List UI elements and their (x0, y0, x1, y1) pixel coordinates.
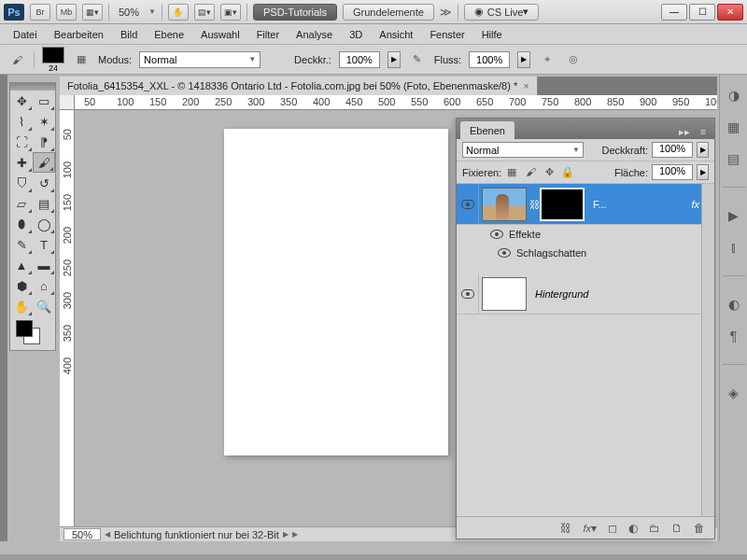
layer-opacity-field[interactable]: 100% (652, 142, 693, 158)
delete-layer-icon[interactable]: 🗑 (694, 522, 705, 535)
layer-blend-dropdown[interactable]: Normal▼ (462, 142, 584, 158)
flow-arrow[interactable]: ▶ (517, 51, 530, 68)
effects-header-row[interactable]: Effekte (457, 225, 714, 244)
close-button[interactable]: ✕ (717, 4, 743, 21)
ruler-origin[interactable] (60, 95, 75, 110)
styles-panel-icon[interactable]: ▤ (725, 149, 743, 168)
bridge-button[interactable]: Br (30, 4, 50, 21)
tablet-size-icon[interactable]: ◎ (564, 50, 583, 69)
shape-tool[interactable]: ▬ (33, 255, 55, 275)
color-swatches[interactable] (10, 316, 55, 350)
close-tab-icon[interactable]: × (523, 80, 529, 91)
move-tool[interactable]: ✥ (10, 91, 33, 111)
hand-tool-button[interactable]: ✋ (168, 4, 189, 21)
status-next-icon[interactable]: ▶ (283, 530, 289, 539)
brush-preview[interactable] (42, 47, 64, 63)
toolbox-grip[interactable] (10, 83, 55, 91)
brush-tool-icon[interactable]: 🖌 (7, 50, 26, 69)
arrange-docs-button[interactable]: ▤▾ (194, 4, 215, 21)
visibility-toggle-icon[interactable] (498, 248, 511, 258)
stamp-tool[interactable]: ⛉ (10, 173, 33, 193)
tab-ebenen[interactable]: Ebenen (460, 121, 514, 139)
foreground-color-swatch[interactable] (16, 320, 33, 337)
layer-style-icon[interactable]: fx▾ (583, 522, 597, 535)
menu-analyse[interactable]: Analyse (289, 27, 340, 42)
zoom-tool[interactable]: 🔍 (33, 296, 55, 316)
menu-bearbeiten[interactable]: Bearbeiten (47, 27, 111, 42)
layer-mask-icon[interactable]: ◻ (608, 522, 617, 535)
menu-bild[interactable]: Bild (113, 27, 145, 42)
vertical-ruler[interactable]: 50100150200250300350400 (60, 110, 75, 526)
3d-tool[interactable]: ⬢ (10, 275, 33, 296)
pen-tool[interactable]: ✎ (10, 234, 33, 255)
layer-row-hintergrund[interactable]: Hintergrund (457, 273, 714, 315)
history-brush-tool[interactable]: ↺ (33, 173, 55, 193)
lasso-tool[interactable]: ⌇ (10, 111, 33, 132)
quick-select-tool[interactable]: ✶ (33, 111, 55, 132)
left-dock-strip[interactable] (0, 75, 7, 541)
workspace-tutorials-button[interactable]: PSD-Tutorials (253, 4, 337, 21)
paragraph-panel-icon[interactable]: ¶ (725, 327, 743, 345)
canvas[interactable] (224, 129, 448, 455)
eraser-tool[interactable]: ▱ (10, 193, 33, 214)
adjustment-layer-icon[interactable]: ◐ (628, 522, 638, 535)
effect-schlagschatten-row[interactable]: Schlagschatten (457, 244, 714, 262)
link-layers-icon[interactable]: ⛓ (560, 522, 571, 535)
gradient-tool[interactable]: ▤ (33, 193, 55, 214)
menu-ebene[interactable]: Ebene (147, 27, 191, 42)
zoom-field[interactable]: 50% (63, 528, 101, 540)
layer-group-icon[interactable]: 🗀 (649, 522, 660, 535)
swatches-panel-icon[interactable]: ▦ (725, 118, 743, 136)
layers-panel-icon[interactable]: ◈ (725, 384, 743, 402)
brush-panel-toggle-icon[interactable]: ▦ (72, 50, 91, 69)
lock-transparency-icon[interactable]: ▦ (505, 166, 518, 178)
healing-tool[interactable]: ✚ (10, 152, 33, 173)
layer-thumbnail[interactable] (482, 277, 527, 311)
lock-pixels-icon[interactable]: 🖌 (524, 166, 537, 178)
menu-filter[interactable]: Filter (249, 27, 287, 42)
visibility-toggle-icon[interactable] (490, 230, 503, 239)
layer-mask-thumbnail[interactable] (540, 188, 585, 221)
menu-hilfe[interactable]: Hilfe (474, 27, 510, 42)
airbrush-icon[interactable]: ⌖ (538, 50, 557, 69)
flow-field[interactable]: 100% (469, 51, 510, 68)
cs-live-button[interactable]: ◉ CS Live ▾ (464, 4, 540, 21)
blend-mode-dropdown[interactable]: Normal▼ (139, 51, 261, 68)
menu-datei[interactable]: Datei (6, 27, 45, 42)
eyedropper-tool[interactable]: ⁋ (33, 132, 55, 152)
opacity-field[interactable]: 100% (339, 51, 380, 68)
adjustments-panel-icon[interactable]: ▶ (725, 206, 743, 225)
type-tool[interactable]: T (33, 234, 55, 255)
screen-mode-button[interactable]: ▣▾ (220, 4, 241, 21)
layer-row-foto[interactable]: ⛓ F... fx ▾ (457, 184, 714, 225)
visibility-toggle-icon[interactable] (461, 200, 474, 209)
marquee-tool[interactable]: ▭ (33, 91, 55, 111)
minimize-button[interactable]: — (661, 4, 687, 21)
panel-collapse-icon[interactable]: ▸▸ (677, 124, 692, 139)
half-circle-icon[interactable]: ◐ (725, 295, 743, 314)
status-prev-icon[interactable]: ◀ (105, 530, 110, 539)
maximize-button[interactable]: ☐ (689, 4, 715, 21)
document-tab[interactable]: Fotolia_6415354_XXL - © 1418336 Ontario … (60, 77, 538, 95)
opacity-arrow[interactable]: ▶ (388, 51, 401, 68)
zoom-level[interactable]: 50% (115, 7, 143, 18)
new-layer-icon[interactable]: 🗋 (671, 522, 683, 535)
horizontal-ruler[interactable]: 5010015020025030035040045050055060065070… (75, 95, 717, 110)
brush-tool[interactable]: 🖌 (33, 152, 55, 173)
workspace-more-icon[interactable]: ≫ (440, 6, 452, 19)
color-panel-icon[interactable]: ◑ (725, 86, 743, 105)
tablet-opacity-icon[interactable]: ✎ (408, 50, 427, 69)
lock-all-icon[interactable]: 🔒 (561, 166, 574, 178)
blur-tool[interactable]: ⬮ (10, 214, 33, 234)
minibridge-button[interactable]: Mb (56, 4, 77, 21)
fill-field[interactable]: 100% (652, 164, 693, 180)
crop-tool[interactable]: ⛶ (10, 132, 33, 152)
menu-ansicht[interactable]: Ansicht (372, 27, 420, 42)
hand-tool[interactable]: ✋ (10, 296, 33, 316)
layer-name[interactable]: F... (587, 199, 691, 210)
workspace-grundelemente-button[interactable]: Grundelemente (343, 4, 434, 21)
mask-link-icon[interactable]: ⛓ (529, 199, 537, 210)
layer-opacity-arrow[interactable]: ▶ (697, 142, 709, 158)
lock-position-icon[interactable]: ✥ (543, 166, 556, 178)
view-extras-button[interactable]: ▦▾ (82, 4, 103, 21)
